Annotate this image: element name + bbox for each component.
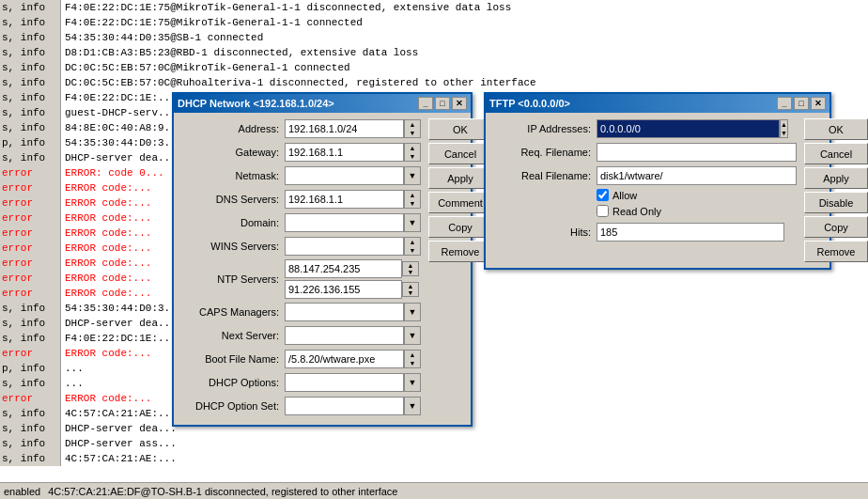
- tftp-close-button[interactable]: ✕: [811, 97, 826, 110]
- caps-row: CAPS Managers: ▼: [181, 302, 421, 322]
- tftp-title-buttons: _ □ ✕: [777, 97, 826, 110]
- ntp-spin-up-1[interactable]: ▲: [403, 262, 418, 269]
- log-line: s, info 4C:57:CA:21:AE:...: [0, 451, 868, 466]
- hits-input[interactable]: [597, 223, 784, 242]
- wins-spin-down[interactable]: ▼: [405, 246, 420, 255]
- address-input[interactable]: [285, 119, 404, 138]
- ip-spin-up[interactable]: ▲: [781, 120, 787, 129]
- tftp-copy-button[interactable]: Copy: [804, 216, 868, 238]
- netmask-input[interactable]: [285, 166, 404, 185]
- read-only-label: Read Only: [612, 206, 661, 217]
- ntp-input-2[interactable]: [285, 280, 402, 299]
- status-text: enabled: [4, 486, 40, 497]
- boot-file-spin-down[interactable]: ▼: [405, 359, 420, 367]
- wins-input[interactable]: [285, 237, 404, 256]
- tftp-minimize-button[interactable]: _: [777, 97, 792, 110]
- tftp-content: IP Addresses: ▲ ▼ Req. Filename:: [493, 118, 822, 262]
- dns-input[interactable]: [285, 190, 404, 209]
- domain-row: Domain: ▼: [181, 212, 421, 233]
- tftp-buttons: OK Cancel Apply Disable Copy Remove: [804, 118, 868, 262]
- address-input-group: ▲ ▼: [285, 119, 421, 138]
- status-bar: enabled 4C:57:CA:21:AE:DF@TO-SH.B-1 disc…: [0, 482, 868, 499]
- wins-spin-up[interactable]: ▲: [405, 238, 420, 246]
- dhcp-option-set-input[interactable]: [285, 397, 404, 415]
- address-spin-up[interactable]: ▲: [405, 120, 420, 129]
- boot-file-input[interactable]: [285, 350, 404, 368]
- read-only-checkbox[interactable]: [597, 205, 609, 217]
- boot-file-label: Boot File Name:: [181, 353, 285, 365]
- dhcp-maximize-button[interactable]: □: [435, 97, 450, 110]
- ip-spin-down[interactable]: ▼: [781, 129, 787, 137]
- dhcp-minimize-button[interactable]: _: [418, 97, 433, 110]
- ntp-row-2: ▲ ▼: [285, 280, 419, 299]
- netmask-dropdown-btn[interactable]: ▼: [404, 166, 421, 185]
- dhcp-options-label: DHCP Options:: [181, 377, 285, 388]
- domain-dropdown-btn[interactable]: ▼: [404, 213, 421, 232]
- allow-checkbox[interactable]: [597, 189, 609, 201]
- log-line: s, info F4:0E:22:DC:1E:75@MikroTik-Gener…: [0, 0, 868, 15]
- dhcp-options-row: DHCP Options: ▼: [181, 372, 421, 393]
- netmask-input-group: ▼: [285, 166, 421, 185]
- boot-file-spinner: ▲ ▼: [404, 350, 421, 368]
- gateway-spin-up[interactable]: ▲: [405, 144, 420, 152]
- wins-spinner: ▲ ▼: [404, 237, 421, 256]
- address-spinner: ▲ ▼: [404, 119, 421, 138]
- dhcp-options-dropdown-btn[interactable]: ▼: [404, 373, 421, 392]
- dhcp-buttons: OK Cancel Apply Comment Copy Remove: [428, 118, 492, 419]
- ntp-row-1: ▲ ▼: [285, 259, 419, 278]
- caps-dropdown-btn[interactable]: ▼: [404, 303, 421, 321]
- dhcp-copy-button[interactable]: Copy: [428, 216, 492, 238]
- ntp-spin-down-2[interactable]: ▼: [403, 289, 418, 296]
- wins-input-group: ▲ ▼: [285, 237, 421, 256]
- dhcp-ok-button[interactable]: OK: [428, 118, 492, 140]
- next-server-label: Next Server:: [181, 330, 285, 341]
- tftp-disable-button[interactable]: Disable: [804, 192, 868, 213]
- tftp-maximize-button[interactable]: □: [794, 97, 809, 110]
- real-filename-input[interactable]: [597, 166, 797, 185]
- dhcp-title-buttons: _ □ ✕: [418, 97, 467, 110]
- real-filename-row: Real Filename:: [493, 165, 797, 186]
- ntp-stack: ▲ ▼ ▲ ▼: [285, 259, 419, 299]
- caps-input[interactable]: [285, 303, 404, 321]
- dns-spin-down[interactable]: ▼: [405, 199, 420, 208]
- ip-addresses-input[interactable]: [597, 119, 780, 138]
- tftp-ok-button[interactable]: OK: [804, 118, 868, 140]
- ntp-spin-down-1[interactable]: ▼: [403, 269, 418, 275]
- hits-label: Hits:: [493, 226, 597, 238]
- dhcp-options-input[interactable]: [285, 373, 404, 392]
- gateway-spin-down[interactable]: ▼: [405, 152, 420, 161]
- read-only-checkbox-row: Read Only: [597, 205, 661, 217]
- ntp-spin-up-2[interactable]: ▲: [403, 283, 418, 289]
- dhcp-cancel-button[interactable]: Cancel: [428, 143, 492, 164]
- dhcp-comment-button[interactable]: Comment: [428, 192, 492, 213]
- gateway-input-group: ▲ ▼: [285, 143, 421, 162]
- next-server-input[interactable]: [285, 326, 404, 345]
- dns-spin-up[interactable]: ▲: [405, 191, 420, 199]
- log-line: s, info DC:0C:5C:EB:57:0C@Ruhoalteriva-1…: [0, 75, 868, 90]
- tftp-apply-button[interactable]: Apply: [804, 167, 868, 189]
- dhcp-close-button[interactable]: ✕: [452, 97, 467, 110]
- boot-file-input-group: ▲ ▼: [285, 350, 421, 368]
- tftp-remove-button[interactable]: Remove: [804, 241, 868, 262]
- caps-label: CAPS Managers:: [181, 306, 285, 318]
- caps-input-group: ▼: [285, 303, 421, 321]
- dns-label: DNS Servers:: [181, 194, 285, 205]
- address-spin-down[interactable]: ▼: [405, 129, 420, 137]
- req-filename-input[interactable]: [597, 143, 797, 162]
- dhcp-option-set-dropdown-btn[interactable]: ▼: [404, 397, 421, 415]
- ntp-input-1[interactable]: [285, 259, 402, 278]
- tftp-cancel-button[interactable]: Cancel: [804, 143, 868, 164]
- gateway-label: Gateway:: [181, 147, 285, 158]
- log-line: s, info F4:0E:22:DC:1E:75@MikroTik-Gener…: [0, 15, 868, 30]
- dhcp-remove-button[interactable]: Remove: [428, 241, 492, 262]
- ntp-row: NTP Servers: ▲ ▼ ▲: [181, 259, 421, 299]
- domain-input[interactable]: [285, 213, 404, 232]
- dhcp-apply-button[interactable]: Apply: [428, 167, 492, 189]
- req-filename-row: Req. Filename:: [493, 142, 797, 163]
- address-row: Address: ▲ ▼: [181, 118, 421, 139]
- boot-file-spin-up[interactable]: ▲: [405, 351, 420, 359]
- checkboxes: Allow Read Only: [597, 189, 661, 219]
- next-server-dropdown-btn[interactable]: ▼: [404, 326, 421, 345]
- gateway-input[interactable]: [285, 143, 404, 162]
- req-filename-label: Req. Filename:: [493, 147, 597, 158]
